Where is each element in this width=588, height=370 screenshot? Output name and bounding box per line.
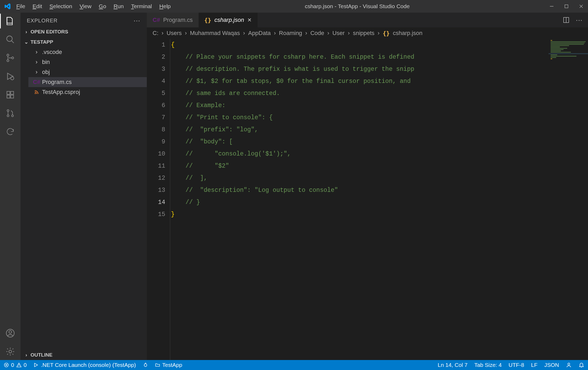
breadcrumb-segment[interactable]: AppData [248,30,271,37]
svg-point-14 [9,331,12,333]
workspace-root-header[interactable]: ⌄ TESTAPP [21,37,147,47]
chevron-right-icon: › [24,29,28,35]
menu-selection[interactable]: Selection [49,3,72,9]
code-line[interactable]: // } [171,196,549,208]
breadcrumb-segment[interactable]: User [333,30,345,37]
code-line[interactable]: // "Print to console": { [171,112,549,124]
open-editors-header[interactable]: › OPEN EDITORS [21,27,147,37]
breadcrumb-segment[interactable]: Code [310,30,324,37]
status-bell-icon[interactable] [579,362,584,368]
code-line[interactable]: { [171,39,549,51]
status-tab-size[interactable]: Tab Size: 4 [474,362,502,368]
breadcrumbs[interactable]: C:›Users›Muhammad Waqas›AppData›Roaming›… [147,27,588,39]
svg-point-5 [11,77,14,80]
status-project[interactable]: TestApp [155,362,182,368]
chevron-down-icon: ⌄ [24,39,28,45]
menu-file[interactable]: File [16,3,25,9]
close-tab-icon[interactable]: ✕ [247,17,252,23]
code-line[interactable]: // Example: [171,99,549,112]
code-line[interactable]: // same ids are connected. [171,87,549,99]
breadcrumb-segment[interactable]: Muhammad Waqas [190,30,240,37]
code-line[interactable]: // "body": [ [171,136,549,148]
explorer-icon[interactable] [5,16,16,26]
extensions-icon[interactable] [5,89,16,100]
chevron-right-icon: › [34,59,39,66]
code-line[interactable]: // "prefix": "log", [171,124,549,136]
run-debug-icon[interactable] [5,71,16,82]
svg-point-11 [7,115,9,117]
code-line[interactable]: // "$2" [171,160,549,172]
window-controls [549,4,584,9]
minimap[interactable] [549,39,588,360]
status-ln-col[interactable]: Ln 14, Col 7 [438,362,468,368]
code-line[interactable]: // ], [171,172,549,184]
explorer-more-icon[interactable]: ··· [134,17,140,24]
code-line[interactable]: // Place your snippets for csharp here. … [171,51,549,63]
code-line[interactable]: // $1, $2 for tab stops, $0 for the fina… [171,75,549,87]
status-eol[interactable]: LF [531,362,537,368]
tree-item-obj[interactable]: ›obj [28,67,147,77]
maximize-button[interactable] [564,4,569,9]
chevron-right-icon: › [185,30,187,37]
svg-point-3 [7,60,9,62]
breadcrumb-segment[interactable]: C: [153,30,158,37]
breadcrumb-segment[interactable]: csharp.json [393,30,423,37]
breadcrumb-segment[interactable]: Users [167,30,182,37]
minimize-button[interactable] [549,4,554,9]
window-title: csharp.json - TestApp - Visual Studio Co… [171,3,544,9]
code-line[interactable]: // "console.log('$1');", [171,148,549,160]
code-editor[interactable]: { // Place your snippets for csharp here… [170,39,549,360]
project-label: TestApp [162,362,182,368]
code-line[interactable]: // "description": "Log output to console… [171,184,549,196]
chevron-right-icon: › [162,30,163,37]
breadcrumb-segment[interactable]: snippets [353,30,374,37]
open-editors-label: OPEN EDITORS [31,29,68,35]
code-line[interactable]: } [171,208,549,221]
status-encoding[interactable]: UTF-8 [509,362,524,368]
menu-go[interactable]: Go [99,3,106,9]
status-problems[interactable]: 0 0 [4,362,27,368]
close-button[interactable] [579,4,584,9]
editor-more-icon[interactable]: ··· [576,16,583,24]
menu-help[interactable]: Help [159,3,171,9]
pull-request-icon[interactable] [5,108,16,118]
status-bar: 0 0 .NET Core Launch (console) (TestApp)… [0,360,588,370]
tree-item--vscode[interactable]: ›.vscode [28,47,147,57]
svg-point-4 [12,57,14,59]
tree-item-bin[interactable]: ›bin [28,57,147,67]
menu-edit[interactable]: Edit [33,3,42,9]
chevron-right-icon: › [305,30,307,37]
account-icon[interactable] [5,328,16,338]
tab-program-cs[interactable]: C#Program.cs [147,13,199,27]
svg-rect-6 [7,91,10,94]
json-icon: {} [204,17,212,23]
tree-item-testapp-csproj[interactable]: TestApp.csproj [28,87,147,97]
search-icon[interactable] [5,34,16,45]
breadcrumb-segment[interactable]: Roaming [279,30,302,37]
vscode-logo-icon [4,3,11,10]
status-language[interactable]: JSON [544,362,559,368]
source-control-icon[interactable] [5,53,16,63]
tree-item-label: bin [42,59,50,66]
menu-view[interactable]: View [79,3,91,9]
sync-icon[interactable] [5,126,16,137]
split-editor-icon[interactable] [563,17,570,23]
status-feedback-icon[interactable] [566,362,572,368]
tree-item-label: TestApp.csproj [42,89,80,96]
status-flame-icon[interactable] [143,362,148,368]
settings-gear-icon[interactable] [5,346,16,357]
menu-run[interactable]: Run [114,3,124,9]
svg-point-12 [12,115,13,117]
status-launch-config[interactable]: .NET Core Launch (console) (TestApp) [33,362,136,368]
outline-label: OUTLINE [31,352,52,358]
menu-terminal[interactable]: Terminal [131,3,152,9]
chevron-right-icon: › [378,30,379,37]
workspace-root-label: TESTAPP [31,39,53,45]
activity-bar [0,13,21,360]
chevron-right-icon: › [243,30,245,37]
csharp-icon: C# [34,79,39,86]
tree-item-program-cs[interactable]: C#Program.cs [28,77,147,87]
outline-header[interactable]: › OUTLINE [21,350,147,360]
code-line[interactable]: // description. The prefix is what is us… [171,63,549,75]
tab-csharp-json[interactable]: {}csharp.json✕ [199,13,258,27]
